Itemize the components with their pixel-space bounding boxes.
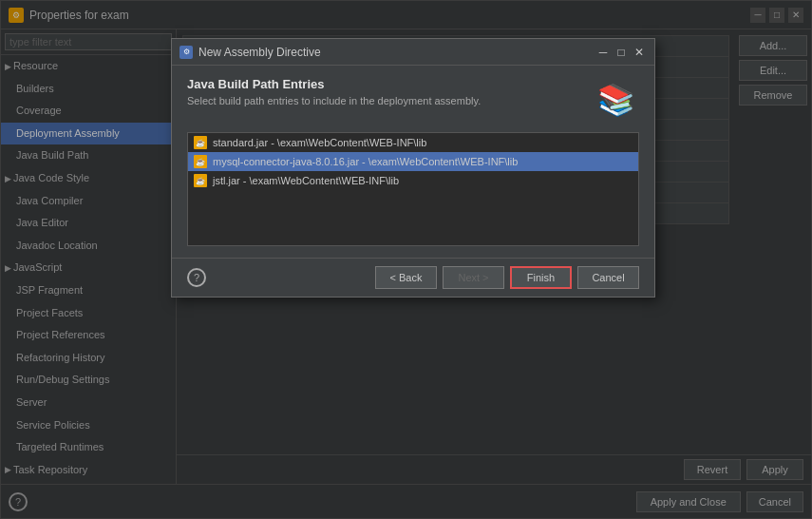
- modal-maximize-button[interactable]: □: [614, 45, 629, 60]
- modal-cancel-button[interactable]: Cancel: [577, 266, 639, 289]
- modal-dialog: ⚙ New Assembly Directive ─ □ ✕ Java Buil…: [171, 38, 655, 298]
- modal-titlebar-controls: ─ □ ✕: [595, 45, 647, 60]
- modal-footer-buttons: < Back Next > Finish Cancel: [375, 266, 639, 289]
- modal-header-text: Java Build Path Entries Select build pat…: [187, 77, 584, 118]
- modal-title: New Assembly Directive: [198, 46, 321, 59]
- modal-subtext: Select build path entries to include in …: [187, 95, 584, 106]
- modal-body: Java Build Path Entries Select build pat…: [172, 66, 654, 258]
- list-item[interactable]: ☕standard.jar - \exam\WebContent\WEB-INF…: [188, 133, 638, 152]
- jar-icon: ☕: [194, 136, 207, 149]
- modal-title-left: ⚙ New Assembly Directive: [179, 46, 321, 59]
- modal-minimize-button[interactable]: ─: [595, 45, 611, 60]
- next-button[interactable]: Next >: [443, 266, 504, 289]
- list-item[interactable]: ☕mysql-connector-java-8.0.16.jar - \exam…: [188, 152, 638, 171]
- modal-heading: Java Build Path Entries: [187, 77, 584, 91]
- jar-icon: ☕: [194, 174, 207, 187]
- entries-list[interactable]: ☕standard.jar - \exam\WebContent\WEB-INF…: [187, 132, 639, 246]
- jar-icon: ☕: [194, 155, 207, 168]
- modal-header-row: Java Build Path Entries Select build pat…: [187, 77, 639, 123]
- modal-close-button[interactable]: ✕: [632, 45, 647, 60]
- modal-footer: ? < Back Next > Finish Cancel: [172, 258, 654, 297]
- modal-titlebar: ⚙ New Assembly Directive ─ □ ✕: [172, 39, 654, 66]
- back-button[interactable]: < Back: [375, 266, 437, 289]
- modal-icon: ⚙: [179, 46, 193, 59]
- finish-button[interactable]: Finish: [510, 266, 572, 289]
- modal-help-icon[interactable]: ?: [187, 268, 206, 287]
- books-icon: 📚: [594, 77, 639, 123]
- list-item[interactable]: ☕jstl.jar - \exam\WebContent\WEB-INF\lib: [188, 171, 638, 190]
- modal-overlay: ⚙ New Assembly Directive ─ □ ✕ Java Buil…: [0, 0, 812, 519]
